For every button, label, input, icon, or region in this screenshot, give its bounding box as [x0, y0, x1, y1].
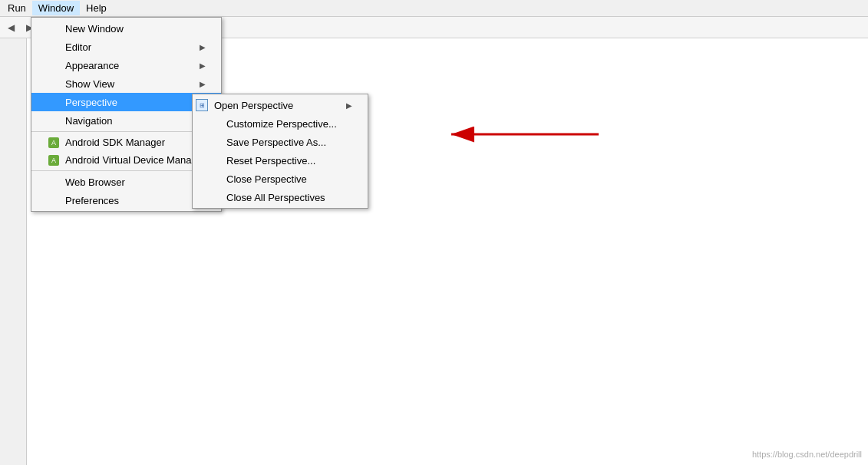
- window-menu-show-view[interactable]: Show View ▶: [31, 74, 221, 93]
- reset-icon: [210, 154, 222, 167]
- perspective-submenu-close[interactable]: Close Perspective: [193, 170, 368, 188]
- editor-icon: [48, 41, 61, 53]
- perspective-submenu-open[interactable]: ⊞ Open Perspective ▶: [193, 96, 368, 114]
- perspective-submenu-reset[interactable]: Reset Perspective...: [193, 151, 368, 170]
- menubar-item-help[interactable]: Help: [80, 1, 113, 15]
- menubar: Run Window Help: [0, 0, 868, 17]
- perspective-submenu: ⊞ Open Perspective ▶ Customize Perspecti…: [192, 94, 368, 209]
- customize-icon: [210, 117, 222, 130]
- navigation-icon: [48, 114, 61, 127]
- perspective-submenu-save-as[interactable]: Save Perspective As...: [193, 133, 368, 151]
- window-menu-appearance[interactable]: Appearance ▶: [31, 56, 221, 74]
- perspective-icon: [48, 96, 61, 108]
- preferences-icon: [48, 194, 61, 206]
- new-window-icon: [48, 22, 61, 35]
- perspective-submenu-close-all[interactable]: Close All Perspectives: [193, 188, 368, 206]
- open-perspective-icon: ⊞: [196, 99, 208, 111]
- show-view-arrow: ▶: [200, 80, 206, 88]
- close-perspective-icon: [210, 173, 222, 185]
- perspective-submenu-customize[interactable]: Customize Perspective...: [193, 114, 368, 133]
- window-menu-new-window[interactable]: New Window: [31, 19, 221, 38]
- window-menu-editor[interactable]: Editor ▶: [31, 38, 221, 56]
- show-view-icon: [48, 78, 61, 90]
- menubar-item-run[interactable]: Run: [2, 1, 32, 15]
- menubar-item-window[interactable]: Window: [32, 1, 80, 15]
- watermark: https://blog.csdn.net/deepdrill: [752, 450, 862, 459]
- appearance-arrow: ▶: [200, 61, 206, 70]
- open-perspective-arrow: ▶: [346, 101, 352, 110]
- editor-arrow: ▶: [200, 43, 206, 51]
- appearance-icon: [48, 59, 61, 71]
- android-sdk-icon: A: [48, 137, 59, 148]
- back-icon[interactable]: ◀: [3, 20, 18, 35]
- web-browser-icon: [48, 176, 61, 188]
- android-virtual-icon: A: [48, 155, 59, 166]
- close-all-icon: [210, 191, 222, 203]
- sidebar: [0, 38, 27, 465]
- save-as-icon: [210, 136, 222, 148]
